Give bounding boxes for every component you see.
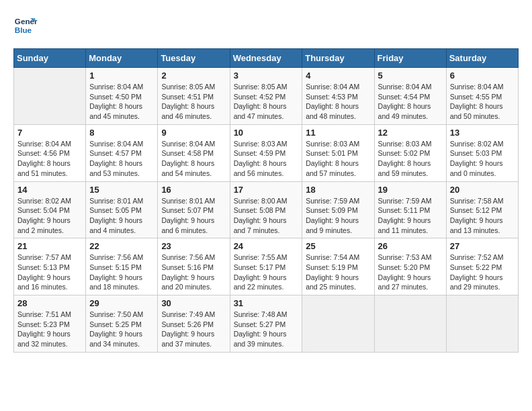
calendar-cell: 1Sunrise: 8:04 AMSunset: 4:50 PMDaylight… xyxy=(86,68,158,125)
calendar-week-row: 21Sunrise: 7:57 AMSunset: 5:13 PMDayligh… xyxy=(14,238,519,295)
cell-info: Sunrise: 8:01 AMSunset: 5:07 PMDaylight:… xyxy=(161,196,226,236)
cell-info: Sunrise: 7:53 AMSunset: 5:20 PMDaylight:… xyxy=(378,253,443,292)
day-number: 19 xyxy=(378,185,443,195)
cell-info: Sunrise: 7:51 AMSunset: 5:23 PMDaylight:… xyxy=(17,310,82,349)
weekday-header-monday: Monday xyxy=(86,49,158,68)
page-header: General Blue xyxy=(13,13,519,38)
cell-info: Sunrise: 8:02 AMSunset: 5:04 PMDaylight:… xyxy=(17,196,82,236)
cell-info: Sunrise: 7:50 AMSunset: 5:25 PMDaylight:… xyxy=(89,310,154,349)
day-number: 31 xyxy=(234,298,299,308)
cell-info: Sunrise: 7:55 AMSunset: 5:17 PMDaylight:… xyxy=(234,253,299,292)
cell-info: Sunrise: 7:58 AMSunset: 5:12 PMDaylight:… xyxy=(450,196,515,236)
cell-info: Sunrise: 8:03 AMSunset: 4:59 PMDaylight:… xyxy=(234,139,299,179)
calendar-cell: 18Sunrise: 7:59 AMSunset: 5:09 PMDayligh… xyxy=(302,181,374,238)
cell-info: Sunrise: 7:59 AMSunset: 5:11 PMDaylight:… xyxy=(378,196,443,236)
calendar-cell xyxy=(374,295,446,353)
cell-info: Sunrise: 8:05 AMSunset: 4:51 PMDaylight:… xyxy=(161,82,226,122)
day-number: 11 xyxy=(306,128,370,138)
cell-info: Sunrise: 8:04 AMSunset: 4:56 PMDaylight:… xyxy=(17,139,82,179)
cell-info: Sunrise: 8:03 AMSunset: 5:01 PMDaylight:… xyxy=(306,139,370,179)
day-number: 26 xyxy=(378,241,443,251)
day-number: 25 xyxy=(306,241,370,251)
cell-info: Sunrise: 7:57 AMSunset: 5:13 PMDaylight:… xyxy=(17,253,82,292)
calendar-cell: 12Sunrise: 8:03 AMSunset: 5:02 PMDayligh… xyxy=(374,124,446,181)
cell-info: Sunrise: 7:48 AMSunset: 5:27 PMDaylight:… xyxy=(234,310,299,349)
calendar-cell: 24Sunrise: 7:55 AMSunset: 5:17 PMDayligh… xyxy=(230,238,302,295)
calendar-cell: 16Sunrise: 8:01 AMSunset: 5:07 PMDayligh… xyxy=(158,181,230,238)
cell-info: Sunrise: 8:01 AMSunset: 5:05 PMDaylight:… xyxy=(89,196,154,236)
svg-text:Blue: Blue xyxy=(15,26,32,34)
cell-info: Sunrise: 8:03 AMSunset: 5:02 PMDaylight:… xyxy=(378,139,443,179)
calendar-week-row: 1Sunrise: 8:04 AMSunset: 4:50 PMDaylight… xyxy=(14,68,519,125)
day-number: 6 xyxy=(450,71,515,81)
calendar-week-row: 14Sunrise: 8:02 AMSunset: 5:04 PMDayligh… xyxy=(14,181,519,238)
calendar-table: SundayMondayTuesdayWednesdayThursdayFrid… xyxy=(13,48,519,353)
svg-text:General: General xyxy=(15,17,38,26)
cell-info: Sunrise: 8:04 AMSunset: 4:58 PMDaylight:… xyxy=(161,139,226,179)
calendar-cell: 15Sunrise: 8:01 AMSunset: 5:05 PMDayligh… xyxy=(86,181,158,238)
calendar-cell: 13Sunrise: 8:02 AMSunset: 5:03 PMDayligh… xyxy=(446,124,518,181)
weekday-header-sunday: Sunday xyxy=(14,49,86,68)
calendar-cell: 27Sunrise: 7:52 AMSunset: 5:22 PMDayligh… xyxy=(446,238,518,295)
calendar-cell: 14Sunrise: 8:02 AMSunset: 5:04 PMDayligh… xyxy=(14,181,86,238)
day-number: 7 xyxy=(17,128,82,138)
cell-info: Sunrise: 7:52 AMSunset: 5:22 PMDaylight:… xyxy=(450,253,515,292)
calendar-week-row: 7Sunrise: 8:04 AMSunset: 4:56 PMDaylight… xyxy=(14,124,519,181)
day-number: 8 xyxy=(89,128,154,138)
cell-info: Sunrise: 8:04 AMSunset: 4:55 PMDaylight:… xyxy=(450,82,515,122)
day-number: 5 xyxy=(378,71,443,81)
calendar-cell: 20Sunrise: 7:58 AMSunset: 5:12 PMDayligh… xyxy=(446,181,518,238)
calendar-cell xyxy=(446,295,518,353)
calendar-cell: 23Sunrise: 7:56 AMSunset: 5:16 PMDayligh… xyxy=(158,238,230,295)
day-number: 21 xyxy=(17,241,82,251)
calendar-cell: 11Sunrise: 8:03 AMSunset: 5:01 PMDayligh… xyxy=(302,124,374,181)
calendar-cell: 9Sunrise: 8:04 AMSunset: 4:58 PMDaylight… xyxy=(158,124,230,181)
calendar-cell: 7Sunrise: 8:04 AMSunset: 4:56 PMDaylight… xyxy=(14,124,86,181)
day-number: 3 xyxy=(234,71,299,81)
calendar-cell: 2Sunrise: 8:05 AMSunset: 4:51 PMDaylight… xyxy=(158,68,230,125)
calendar-cell xyxy=(302,295,374,353)
calendar-cell: 28Sunrise: 7:51 AMSunset: 5:23 PMDayligh… xyxy=(14,295,86,353)
weekday-header-row: SundayMondayTuesdayWednesdayThursdayFrid… xyxy=(14,49,519,68)
day-number: 4 xyxy=(306,71,370,81)
calendar-cell: 19Sunrise: 7:59 AMSunset: 5:11 PMDayligh… xyxy=(374,181,446,238)
day-number: 27 xyxy=(450,241,515,251)
day-number: 1 xyxy=(89,71,154,81)
day-number: 10 xyxy=(234,128,299,138)
calendar-week-row: 28Sunrise: 7:51 AMSunset: 5:23 PMDayligh… xyxy=(14,295,519,353)
calendar-cell: 22Sunrise: 7:56 AMSunset: 5:15 PMDayligh… xyxy=(86,238,158,295)
weekday-header-thursday: Thursday xyxy=(302,49,374,68)
calendar-cell: 10Sunrise: 8:03 AMSunset: 4:59 PMDayligh… xyxy=(230,124,302,181)
weekday-header-friday: Friday xyxy=(374,49,446,68)
cell-info: Sunrise: 7:56 AMSunset: 5:15 PMDaylight:… xyxy=(89,253,154,292)
calendar-cell: 21Sunrise: 7:57 AMSunset: 5:13 PMDayligh… xyxy=(14,238,86,295)
day-number: 29 xyxy=(89,298,154,308)
cell-info: Sunrise: 8:02 AMSunset: 5:03 PMDaylight:… xyxy=(450,139,515,179)
day-number: 17 xyxy=(234,185,299,195)
calendar-cell: 25Sunrise: 7:54 AMSunset: 5:19 PMDayligh… xyxy=(302,238,374,295)
calendar-cell: 29Sunrise: 7:50 AMSunset: 5:25 PMDayligh… xyxy=(86,295,158,353)
day-number: 30 xyxy=(161,298,226,308)
cell-info: Sunrise: 8:04 AMSunset: 4:50 PMDaylight:… xyxy=(89,82,154,122)
day-number: 13 xyxy=(450,128,515,138)
day-number: 2 xyxy=(161,71,226,81)
calendar-cell: 17Sunrise: 8:00 AMSunset: 5:08 PMDayligh… xyxy=(230,181,302,238)
cell-info: Sunrise: 7:49 AMSunset: 5:26 PMDaylight:… xyxy=(161,310,226,349)
weekday-header-saturday: Saturday xyxy=(446,49,518,68)
calendar-cell: 26Sunrise: 7:53 AMSunset: 5:20 PMDayligh… xyxy=(374,238,446,295)
cell-info: Sunrise: 7:59 AMSunset: 5:09 PMDaylight:… xyxy=(306,196,370,236)
calendar-cell xyxy=(14,68,86,125)
calendar-cell: 6Sunrise: 8:04 AMSunset: 4:55 PMDaylight… xyxy=(446,68,518,125)
day-number: 22 xyxy=(89,241,154,251)
day-number: 28 xyxy=(17,298,82,308)
cell-info: Sunrise: 8:04 AMSunset: 4:57 PMDaylight:… xyxy=(89,139,154,179)
calendar-cell: 4Sunrise: 8:04 AMSunset: 4:53 PMDaylight… xyxy=(302,68,374,125)
cell-info: Sunrise: 7:56 AMSunset: 5:16 PMDaylight:… xyxy=(161,253,226,292)
calendar-cell: 31Sunrise: 7:48 AMSunset: 5:27 PMDayligh… xyxy=(230,295,302,353)
weekday-header-wednesday: Wednesday xyxy=(230,49,302,68)
day-number: 9 xyxy=(161,128,226,138)
day-number: 16 xyxy=(161,185,226,195)
logo: General Blue xyxy=(13,13,38,38)
day-number: 18 xyxy=(306,185,370,195)
cell-info: Sunrise: 8:04 AMSunset: 4:54 PMDaylight:… xyxy=(378,82,443,122)
